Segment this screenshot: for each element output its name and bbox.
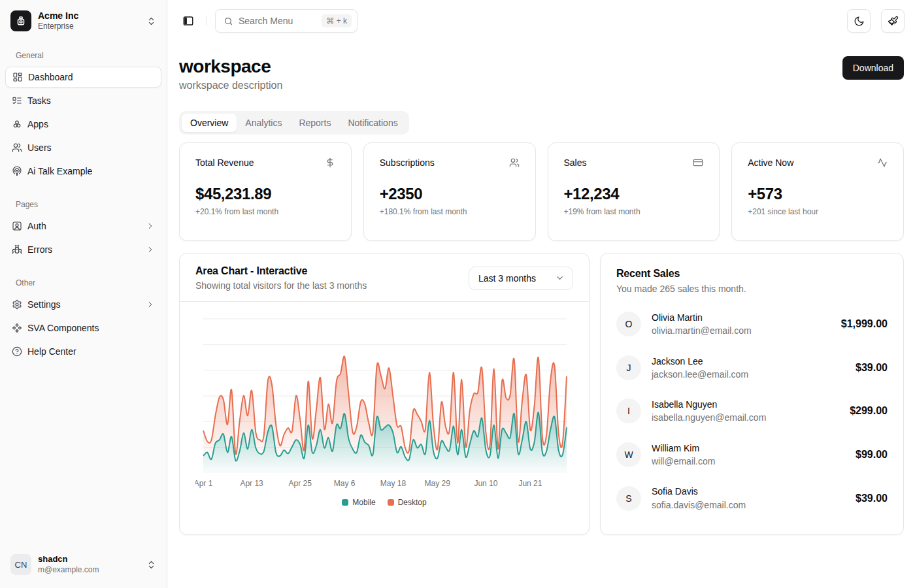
- sidebar-item-label: Settings: [27, 299, 141, 310]
- tab-reports[interactable]: Reports: [290, 114, 339, 132]
- layout-dashboard-icon: [12, 72, 23, 82]
- sidebar-item-label: Apps: [27, 119, 155, 129]
- credit-card-icon: [693, 157, 703, 168]
- tab-overview[interactable]: Overview: [182, 114, 237, 132]
- activity-icon: [877, 157, 888, 168]
- users-icon: [12, 142, 22, 153]
- stat-value: +12,234: [564, 185, 704, 203]
- sidebar-item-apps[interactable]: Apps: [5, 114, 161, 135]
- list-todo-icon: [12, 95, 22, 106]
- sale-name: Jackson Lee: [652, 355, 845, 368]
- sale-amount: $1,999.00: [841, 318, 888, 330]
- company-name: Acme Inc: [38, 10, 140, 22]
- chart-legend: Mobile Desktop: [195, 498, 573, 507]
- sidebar-item-label: Users: [27, 142, 155, 153]
- svg-text:Jun 21: Jun 21: [518, 479, 542, 488]
- avatar: S: [616, 486, 641, 511]
- svg-text:Apr 13: Apr 13: [240, 479, 263, 488]
- area-chart-card: Area Chart - Interactive Showing total v…: [179, 253, 590, 535]
- avatar: O: [616, 312, 641, 336]
- recent-sales-title: Recent Sales: [616, 268, 888, 280]
- sidebar-item-label: Tasks: [27, 95, 155, 106]
- svg-text:May 6: May 6: [334, 479, 356, 488]
- download-button[interactable]: Download: [842, 56, 904, 80]
- sidebar-toggle-button[interactable]: [178, 10, 199, 31]
- stat-note: +201 since last hour: [748, 207, 888, 216]
- stat-value: +573: [748, 185, 888, 203]
- sidebar-item-label: Help Center: [27, 346, 155, 357]
- dark-mode-button[interactable]: [847, 9, 871, 33]
- stat-card-sales: Sales +12,234 +19% from last month: [548, 142, 720, 241]
- sale-name: Olivia Martin: [652, 311, 831, 324]
- recent-sales-description: You made 265 sales this month.: [616, 284, 888, 294]
- sidebar-item-sva-components[interactable]: SVA Components: [5, 318, 161, 338]
- tab-analytics[interactable]: Analytics: [237, 114, 290, 132]
- sale-email: jackson.lee@email.com: [652, 368, 845, 381]
- sale-row: I Isabella Nguyen isabella.nguyen@email.…: [616, 398, 888, 425]
- chevron-down-icon: [555, 273, 565, 283]
- chevrons-up-down-icon: [146, 16, 156, 26]
- sidebar-item-label: SVA Components: [27, 323, 155, 333]
- sale-name: William Kim: [652, 442, 845, 455]
- gear-icon: [12, 299, 22, 310]
- svg-text:May 18: May 18: [380, 479, 407, 488]
- sidebar-item-tasks[interactable]: Tasks: [5, 90, 161, 111]
- avatar: CN: [10, 554, 31, 575]
- user-name: shadcn: [38, 554, 140, 564]
- page-content: workspace workspace description Download…: [167, 42, 915, 588]
- time-range-select[interactable]: Last 3 months: [469, 267, 573, 290]
- sale-row: W William Kim will@email.com $99.00: [616, 442, 888, 468]
- legend-item-desktop: Desktop: [388, 498, 427, 507]
- moon-icon: [854, 16, 865, 27]
- square-user-icon: [12, 221, 22, 231]
- sidebar-item-ai-talk[interactable]: Ai Talk Example: [5, 161, 161, 182]
- sidebar-item-settings[interactable]: Settings: [5, 294, 161, 315]
- stat-title: Total Revenue: [195, 157, 254, 168]
- user-email: m@example.com: [38, 565, 140, 575]
- svg-text:Apr 25: Apr 25: [289, 479, 312, 488]
- legend-swatch-desktop: [388, 499, 394, 506]
- svg-text:Apr 1: Apr 1: [195, 479, 213, 488]
- sale-email: olivia.martin@email.com: [652, 324, 831, 337]
- sidebar-item-help-center[interactable]: Help Center: [5, 341, 161, 362]
- org-switcher[interactable]: Acme Inc Enterprise: [5, 8, 161, 34]
- sidebar-item-users[interactable]: Users: [5, 137, 161, 158]
- tab-notifications[interactable]: Notifications: [339, 114, 406, 132]
- sidebar-group-other: Other: [5, 278, 161, 287]
- tab-list: Overview Analytics Reports Notifications: [179, 111, 409, 135]
- sidebar-item-label: Ai Talk Example: [27, 166, 155, 176]
- theme-customizer-button[interactable]: [881, 9, 905, 33]
- stat-note: +19% from last month: [564, 207, 704, 216]
- apps-icon: [12, 119, 22, 129]
- stat-value: $45,231.89: [195, 185, 335, 203]
- chevrons-up-down-icon: [146, 560, 156, 570]
- stat-card-total-revenue: Total Revenue $45,231.89 +20.1% from las…: [179, 142, 352, 241]
- sale-name: Sofia Davis: [652, 485, 845, 498]
- sidebar-item-label: Errors: [27, 244, 141, 255]
- sale-amount: $39.00: [856, 493, 888, 504]
- sidebar: Acme Inc Enterprise General Dashboard Ta…: [0, 0, 167, 588]
- search-shortcut: ⌘ + k: [322, 14, 352, 27]
- sidebar-item-dashboard[interactable]: Dashboard: [5, 67, 161, 88]
- time-range-value: Last 3 months: [478, 273, 536, 284]
- stat-title: Sales: [564, 157, 587, 168]
- stat-value: +2350: [380, 185, 520, 203]
- svg-text:Jun 10: Jun 10: [474, 479, 497, 488]
- chart-title: Area Chart - Interactive: [195, 265, 367, 277]
- sale-amount: $39.00: [856, 362, 888, 374]
- company-logo-icon: [10, 10, 31, 31]
- sale-email: sofia.davis@email.com: [652, 498, 845, 512]
- topbar: ⌘ + k: [167, 0, 915, 42]
- component-icon: [12, 323, 22, 333]
- user-menu[interactable]: CN shadcn m@example.com: [5, 550, 161, 579]
- help-circle-icon: [12, 346, 22, 357]
- search-box[interactable]: ⌘ + k: [215, 9, 358, 33]
- stat-card-active-now: Active Now +573 +201 since last hour: [731, 142, 904, 241]
- sidebar-item-errors[interactable]: Errors: [5, 239, 161, 260]
- area-chart: Apr 1Apr 13Apr 25May 6May 18May 29Jun 10…: [195, 310, 574, 491]
- sidebar-item-auth[interactable]: Auth: [5, 216, 161, 237]
- users-icon: [509, 157, 520, 168]
- stat-title: Subscriptions: [380, 157, 435, 168]
- chart-description: Showing total visitors for the last 3 mo…: [195, 280, 367, 291]
- search-input[interactable]: [239, 16, 316, 26]
